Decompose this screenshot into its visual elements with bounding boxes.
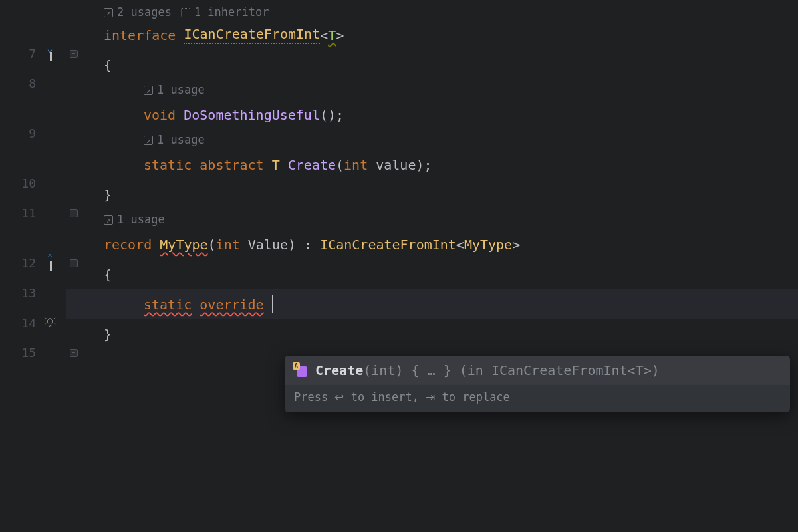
gutter-line-15[interactable]: 15: [0, 338, 66, 368]
hint-text: 1 usage: [117, 213, 165, 226]
code-line[interactable]: interface ICanCreateFromInt<T>: [104, 20, 798, 50]
code-line[interactable]: {: [104, 50, 798, 80]
code-line[interactable]: void DoSomethingUseful();: [104, 100, 798, 130]
completion-name: Create: [315, 362, 363, 378]
keyword: interface: [104, 27, 176, 43]
gutter-line-8[interactable]: 8: [0, 68, 66, 98]
code-line[interactable]: record MyType(int Value) : ICanCreateFro…: [104, 229, 798, 259]
inheritor-icon: [181, 8, 190, 17]
fold-handle-icon[interactable]: −: [70, 209, 78, 217]
parameter: value: [376, 157, 416, 173]
code-editor[interactable]: 7 ⌄ 8 9 10 11 12 ⌃: [0, 0, 798, 532]
hint-text: 1 inheritor: [194, 5, 269, 19]
usages-icon: [104, 8, 113, 17]
gutter-line-13[interactable]: 13: [0, 278, 66, 308]
enter-key-icon: ↩: [334, 391, 344, 404]
method-name: DoSomethingUseful: [184, 107, 320, 123]
type-name: MyType: [160, 237, 207, 253]
keyword: abstract: [200, 157, 263, 173]
usages-icon: [144, 86, 153, 95]
type-name: ICanCreateFromInt: [184, 26, 320, 44]
completion-origin: (in ICanCreateFromInt<T>): [452, 362, 660, 378]
fold-handle-icon[interactable]: −: [70, 50, 78, 58]
keyword: record: [104, 237, 152, 253]
code-line[interactable]: {: [104, 259, 798, 289]
hint-text: 2 usages: [117, 5, 172, 19]
code-line[interactable]: }: [104, 180, 798, 209]
completion-signature: (int) { … }: [363, 362, 451, 378]
usages-icon: [144, 136, 153, 145]
implements-up-icon[interactable]: ⌃: [43, 255, 57, 270]
code-area[interactable]: 2 usages1 inheritor interface ICanCreate…: [104, 0, 798, 532]
type-arg: MyType: [464, 237, 512, 253]
gutter-line-12[interactable]: 12 ⌃: [0, 248, 66, 278]
keyword: static: [144, 297, 192, 313]
fold-column: − − − −: [66, 0, 81, 532]
gutter: 7 ⌄ 8 9 10 11 12 ⌃: [0, 0, 66, 532]
type-name: ICanCreateFromInt: [320, 237, 456, 253]
completion-item[interactable]: A Create(int) { … } (in ICanCreateFromIn…: [285, 356, 790, 385]
completion-hint: Press ↩ to insert, ⇥ to replace: [285, 385, 790, 412]
keyword: int: [216, 237, 240, 253]
usages-icon: [104, 215, 113, 225]
type-param: T: [328, 27, 336, 43]
gutter-line-11[interactable]: 11: [0, 198, 66, 228]
completion-popup: A Create(int) { … } (in ICanCreateFromIn…: [285, 356, 790, 412]
current-line-highlight: [0, 289, 798, 319]
code-lens-hint[interactable]: 1 usage: [104, 130, 798, 150]
method-name: Create: [288, 157, 336, 173]
gutter-line-9[interactable]: 9: [0, 118, 66, 148]
keyword: int: [344, 157, 368, 173]
gutter-line-7[interactable]: 7 ⌄: [0, 39, 66, 68]
implemented-down-icon[interactable]: ⌄: [43, 46, 57, 61]
keyword: void: [144, 107, 176, 123]
parameter: Value: [248, 237, 288, 253]
keyword: static: [144, 157, 192, 173]
code-line[interactable]: static abstract T Create(int value);: [104, 150, 798, 180]
tab-key-icon: ⇥: [426, 391, 435, 404]
hint-text: 1 usage: [157, 133, 205, 146]
fold-handle-icon[interactable]: −: [70, 349, 78, 357]
text-caret: [272, 295, 273, 313]
fold-handle-icon[interactable]: −: [70, 259, 78, 267]
hint-text: 1 usage: [157, 83, 205, 96]
type-param: T: [272, 157, 280, 173]
gutter-line-14[interactable]: 14 💡︎: [0, 308, 66, 338]
code-lens-hint[interactable]: 1 usage: [104, 209, 798, 229]
gutter-line-10[interactable]: 10: [0, 168, 66, 198]
method-override-icon: A: [294, 364, 307, 377]
keyword: override: [200, 297, 263, 313]
code-line[interactable]: }: [104, 319, 798, 349]
lightbulb-icon[interactable]: 💡︎: [43, 316, 57, 330]
code-lens-hint[interactable]: 2 usages1 inheritor: [104, 0, 798, 20]
code-line-active[interactable]: static override: [104, 289, 798, 319]
code-lens-hint[interactable]: 1 usage: [104, 80, 798, 100]
